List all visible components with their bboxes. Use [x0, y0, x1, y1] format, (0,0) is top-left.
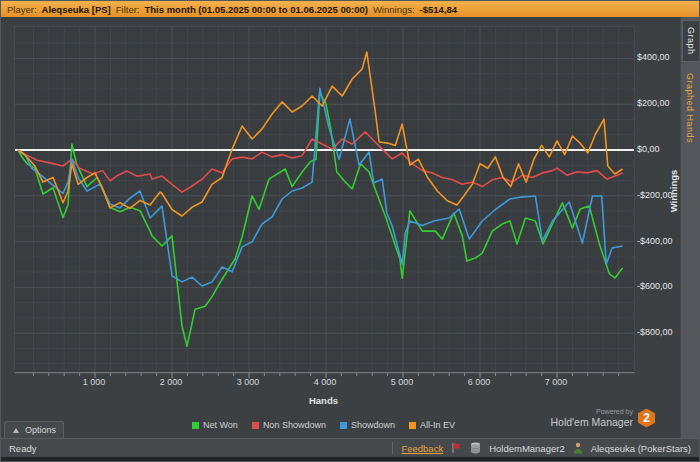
y-tick-label: -$400,00: [637, 236, 683, 246]
x-tick-label: 2 000: [149, 377, 193, 387]
branding: Powered by Hold'em Manager 2: [550, 408, 655, 428]
legend-item-net-won: Net Won: [192, 420, 238, 430]
status-separator: [392, 442, 393, 454]
legend-item-non-showdown: Non Showdown: [252, 420, 326, 430]
database-icon: [470, 442, 481, 454]
graph-panel: 1 0002 0003 0004 0005 0006 0007 000 $400…: [1, 17, 699, 438]
legend: Net WonNon ShowdownShowdownAll-In EV: [14, 420, 633, 430]
y-tick-label: -$800,00: [637, 327, 683, 337]
filter-label: Filter:: [116, 4, 140, 15]
status-ready: Ready: [1, 443, 392, 454]
x-tick-label: 7 000: [534, 377, 578, 387]
player-value: Aleqseuka [PS]: [42, 4, 111, 15]
legend-item-showdown: Showdown: [340, 420, 395, 430]
chart-canvas: [15, 27, 634, 373]
options-button[interactable]: Options: [4, 421, 64, 438]
legend-swatch-icon: [192, 422, 199, 429]
powered-by-text: Powered by: [596, 408, 633, 416]
x-tick-label: 3 000: [226, 377, 270, 387]
y-axis-title: Winnings: [668, 155, 680, 227]
y-tick-label: $0,00: [637, 144, 683, 154]
window-bottom-edge: [1, 457, 699, 462]
legend-swatch-icon: [409, 422, 416, 429]
winnings-value: -$514,84: [420, 4, 458, 15]
legend-label: All-In EV: [420, 420, 455, 430]
legend-swatch-icon: [340, 422, 347, 429]
user-icon: [573, 442, 583, 454]
side-tab-strip: Graph Graphed Hands: [680, 17, 699, 438]
tab-graphed-hands[interactable]: Graphed Hands: [682, 67, 698, 149]
series-line-net-won: [18, 93, 623, 346]
x-tick-label: 4 000: [303, 377, 347, 387]
x-axis-title: Hands: [14, 395, 633, 406]
feedback-link[interactable]: Feedback: [401, 443, 443, 454]
status-account: Aleqseuka (PokerStars): [591, 443, 691, 454]
filter-value: This month (01.05.2025 00:00 to 01.06.20…: [145, 4, 368, 15]
brand-name: Hold'em Manager: [550, 416, 633, 428]
series-line-showdown: [18, 88, 623, 286]
hm2-graph-window: Player: Aleqseuka [PS] Filter: This mont…: [0, 0, 700, 462]
graph-title-bar: Player: Aleqseuka [PS] Filter: This mont…: [1, 1, 699, 17]
status-app-name: HoldemManager2: [489, 443, 565, 454]
chevron-up-icon: [13, 428, 19, 433]
hm2-logo-badge: 2: [638, 409, 655, 428]
y-tick-label: $400,00: [637, 52, 683, 62]
status-bar: Ready Feedback HoldemManager2 Aleqseuka …: [1, 438, 699, 457]
legend-swatch-icon: [252, 422, 259, 429]
options-button-label: Options: [25, 425, 56, 435]
x-tick-label: 5 000: [380, 377, 424, 387]
y-tick-label: $200,00: [637, 98, 683, 108]
legend-label: Net Won: [203, 420, 238, 430]
x-tick-label: 1 000: [72, 377, 116, 387]
player-label: Player:: [7, 4, 37, 15]
x-tick-label: 6 000: [457, 377, 501, 387]
legend-label: Non Showdown: [263, 420, 326, 430]
legend-item-all-in-ev: All-In EV: [409, 420, 455, 430]
winnings-chart: [14, 26, 635, 374]
winnings-label: Winnings:: [373, 4, 415, 15]
series-line-non-showdown: [18, 132, 623, 192]
tab-graph[interactable]: Graph: [682, 20, 699, 62]
flag-icon[interactable]: [451, 442, 462, 454]
y-tick-label: -$600,00: [637, 281, 683, 291]
legend-label: Showdown: [351, 420, 395, 430]
series-line-all-in-ev: [18, 52, 623, 216]
